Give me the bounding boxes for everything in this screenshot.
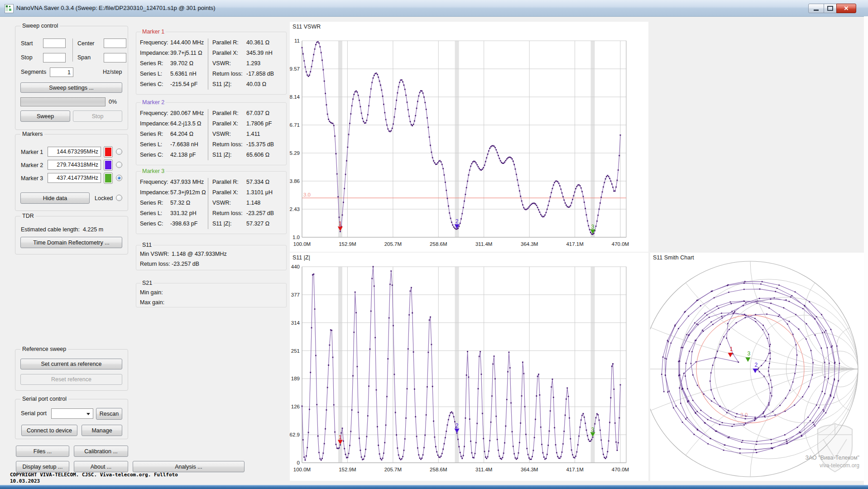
files-button[interactable]: Files ... (16, 446, 69, 457)
serial-port-label: Serial port (21, 410, 47, 417)
marker1-color (105, 148, 111, 156)
minimize-button[interactable] (808, 4, 824, 13)
zmag-chart-canvas[interactable]: 12344037731425118912662.90100.0M152.9M20… (290, 253, 648, 481)
span-input[interactable] (104, 53, 126, 62)
chart-marker-label: 1 (339, 434, 342, 441)
tdr-button[interactable]: Time Domain Reflectometry ... (20, 237, 122, 248)
analysis-button[interactable]: Analysis ... (133, 461, 245, 472)
segments-input[interactable]: 1 (50, 67, 73, 77)
marker1-color-swatch[interactable] (104, 146, 113, 158)
chart-markers[interactable]: 123 (338, 218, 595, 234)
svg-text:251: 251 (291, 348, 300, 354)
marker-data-value: 40.361 Ω (246, 39, 285, 47)
panel-divider (208, 38, 208, 90)
svg-text:417.1M: 417.1M (566, 241, 583, 247)
z-chart-title: S11 |Z| (293, 254, 310, 261)
marker-data-label: Return loss: (212, 141, 246, 149)
marker2-panel-title: Marker 2 (141, 99, 166, 105)
marker-data-label: Parallel R: (212, 39, 246, 47)
smith-marker-1[interactable] (728, 353, 733, 357)
window-right-edge (864, 16, 868, 485)
markers-group-title: Markers (20, 131, 44, 137)
svg-text:440: 440 (291, 264, 300, 269)
marker-data-value: 144.400 MHz (170, 39, 207, 47)
marker-data-label: Impedance: (140, 189, 170, 197)
sweep-field-separator (72, 38, 73, 62)
vswr-chart-canvas[interactable]: 3.0123119.578.146.715.293.862.431.0100.0… (290, 22, 648, 252)
segments-label: Segments (21, 69, 46, 75)
marker-data-label: Series C: (140, 152, 170, 159)
cable-length-value: 4.225 m (83, 226, 103, 233)
marker-data-value: 1.411 (246, 131, 285, 138)
calibration-button[interactable]: Calibration ... (74, 446, 128, 457)
marker2-frequency-input[interactable]: 279.744318MHz (48, 160, 101, 170)
locked-radio[interactable] (116, 195, 122, 201)
marker3-data-panel: Marker 3 Frequency:437.933 MHzImpedance:… (136, 171, 287, 234)
watermark-url: viva-telecom.org (820, 462, 859, 469)
chart-marker-label: 3 (591, 427, 595, 433)
marker1-radio[interactable] (116, 149, 122, 155)
s11-vswr-chart[interactable]: S11 VSWR 3.0123119.578.146.715.293.862.4… (290, 22, 648, 252)
stop-input[interactable] (43, 53, 66, 62)
smith-chart-canvas[interactable]: 3.0123ЗАО "Вива-Телеком"viva-telecom.org (650, 253, 864, 481)
stop-sweep-button[interactable]: Stop (73, 110, 122, 122)
trace-line (302, 267, 620, 460)
marker3-color-swatch[interactable] (104, 173, 113, 184)
s11-summary-title: S11 (141, 242, 153, 248)
marker-data-label: Parallel X: (212, 189, 246, 197)
marker-data-value: -23.257 dB (246, 210, 285, 217)
marker-data-label: Return loss: (212, 71, 246, 78)
marker3-frequency-input[interactable]: 437.414773MHz (48, 173, 101, 183)
marker-data-label: Parallel X: (212, 50, 246, 57)
marker-data-value: 64.2-j13.5 Ω (170, 120, 207, 128)
marker2-radio[interactable] (116, 162, 122, 168)
marker2-color-swatch[interactable] (104, 159, 113, 171)
window-bottom-edge (0, 485, 868, 489)
maximize-button[interactable] (824, 4, 837, 13)
marker1-frequency-input[interactable]: 144.673295MHz (48, 147, 101, 157)
maximize-icon (827, 6, 833, 11)
close-button[interactable]: ✕ (836, 4, 856, 13)
marker-data-value: 331.32 pH (170, 210, 207, 217)
smith-marker-3[interactable] (745, 357, 750, 362)
smith-marker-2[interactable] (753, 369, 758, 373)
smith-trace-line (662, 282, 839, 453)
marker-data-value: -17.858 dB (246, 71, 285, 78)
set-reference-button[interactable]: Set current as reference (20, 359, 122, 369)
marker3-radio[interactable] (116, 175, 122, 181)
chevron-down-icon (86, 413, 90, 415)
svg-text:311.4M: 311.4M (475, 241, 493, 247)
marker-data-value: -15.375 dB (246, 141, 285, 149)
trace-points (302, 267, 620, 460)
sweep-settings-button[interactable]: Sweep settings ... (20, 82, 122, 93)
svg-text:470.0M: 470.0M (612, 467, 629, 472)
display-setup-button[interactable]: Display setup ... (16, 461, 69, 472)
manage-button[interactable]: Manage (82, 425, 122, 436)
marker-data-value: 437.933 MHz (170, 179, 207, 186)
title-bar[interactable]: NanoVNA Saver 0.3.4 (Sweep: E:/file/DP23… (0, 0, 868, 17)
rescan-button[interactable]: Rescan (96, 408, 122, 420)
center-input[interactable] (104, 38, 126, 48)
reset-reference-button[interactable]: Reset reference (20, 374, 122, 385)
chart-marker-label: 1 (339, 221, 342, 227)
marker-data-label: Parallel R: (212, 179, 246, 186)
serial-port-select[interactable] (51, 408, 93, 419)
marker-data-value: 1.293 (246, 60, 285, 67)
s11-smith-chart[interactable]: S11 Smith Chart 3.0123ЗАО "Вива-Телеком"… (650, 253, 864, 481)
marker-data-label: Parallel R: (212, 110, 246, 117)
marker-data-value: 280.067 MHz (170, 110, 207, 117)
marker3-color (105, 174, 111, 182)
hide-data-button[interactable]: Hide data (20, 192, 90, 204)
s11-z-chart[interactable]: S11 |Z| 12344037731425118912662.90100.0M… (290, 253, 648, 481)
chart-markers[interactable]: 123 (338, 422, 595, 444)
s11-return-loss-value: -23.257 dB (172, 261, 262, 268)
marker-data-label: Series R: (140, 200, 170, 207)
stop-label: Stop (21, 54, 33, 61)
connect-to-device-button[interactable]: Connect to device (21, 425, 77, 436)
watermark-company: ЗАО "Вива-Телеком" (806, 455, 860, 461)
cable-length-row: Estimated cable length: 4.225 m (21, 226, 103, 233)
about-button[interactable]: About ... (74, 461, 128, 472)
svg-text:377: 377 (291, 292, 300, 297)
sweep-button[interactable]: Sweep (20, 110, 70, 122)
start-input[interactable] (43, 38, 66, 48)
